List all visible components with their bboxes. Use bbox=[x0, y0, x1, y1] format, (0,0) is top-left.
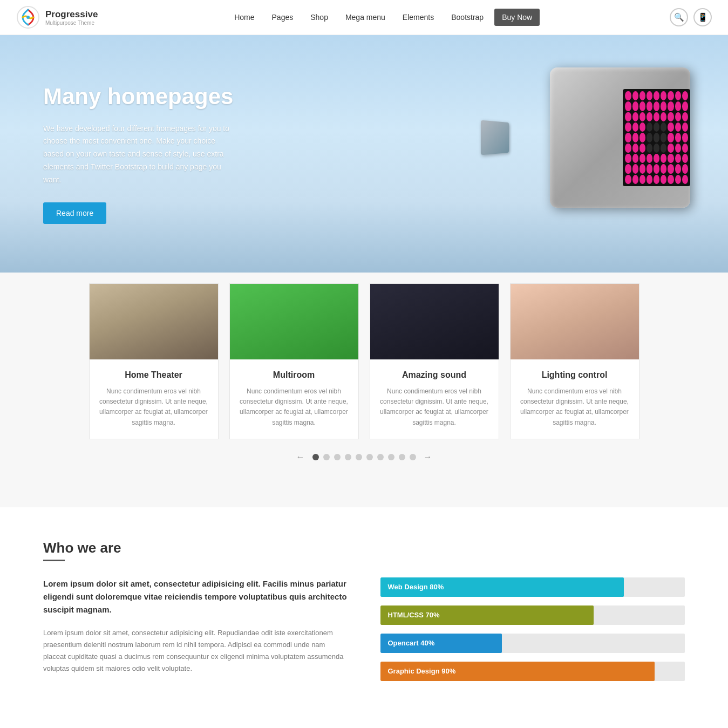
skill-bar-track: Opencart 40% bbox=[380, 634, 685, 653]
nav-bootstrap[interactable]: Bootstrap bbox=[445, 9, 490, 26]
cube-dot bbox=[625, 101, 631, 111]
card-body: Home TheaterNunc condimentum eros vel ni… bbox=[90, 359, 218, 439]
cube-dot bbox=[682, 175, 688, 184]
hero-text: We have developed four different homepag… bbox=[43, 123, 237, 187]
page-dot-1[interactable] bbox=[312, 454, 319, 460]
cube-dot bbox=[632, 123, 638, 132]
who-intro: Lorem ipsum dolor sit amet, consectetur … bbox=[43, 577, 348, 616]
card-text: Nunc condimentum eros vel nibh consectet… bbox=[519, 386, 630, 428]
cube-dot bbox=[647, 144, 652, 153]
who-right: Web Design 80%HTML/CSS 70%Opencart 40%Gr… bbox=[380, 577, 685, 690]
cube-dot bbox=[647, 164, 652, 173]
cube-dot bbox=[647, 101, 652, 111]
card-image bbox=[90, 284, 218, 359]
cube-dot bbox=[654, 164, 659, 173]
page-dot-6[interactable] bbox=[366, 454, 373, 460]
page-dot-3[interactable] bbox=[334, 454, 341, 460]
card-title: Home Theater bbox=[98, 370, 209, 380]
logo-area: Progressive Multipurpose Theme bbox=[16, 5, 98, 29]
nav-home[interactable]: Home bbox=[228, 9, 261, 26]
who-body: Lorem ipsum dolor sit amet, consectetur … bbox=[43, 627, 348, 675]
cube-dot bbox=[661, 133, 666, 142]
page-dot-2[interactable] bbox=[323, 454, 330, 460]
card-image bbox=[370, 284, 499, 359]
skill-bar: Opencart 40% bbox=[380, 634, 685, 653]
next-arrow[interactable]: → bbox=[420, 452, 436, 462]
search-icon: 🔍 bbox=[674, 12, 684, 22]
cube-dot bbox=[682, 164, 688, 173]
cube-dot bbox=[661, 154, 666, 163]
cube-dot bbox=[682, 91, 688, 100]
skill-bar-track: Graphic Design 90% bbox=[380, 662, 685, 681]
cube-inner bbox=[623, 89, 690, 186]
section-divider bbox=[43, 560, 65, 561]
nav-pages[interactable]: Pages bbox=[266, 9, 300, 26]
skill-bar: Web Design 80% bbox=[380, 577, 685, 597]
card-item: Home TheaterNunc condimentum eros vel ni… bbox=[89, 283, 219, 439]
nav-elements[interactable]: Elements bbox=[396, 9, 440, 26]
cube-dot bbox=[654, 112, 659, 121]
cube-dot bbox=[647, 123, 652, 132]
cube-dot bbox=[675, 91, 681, 100]
cube-dot bbox=[639, 101, 645, 111]
cube-dot bbox=[654, 154, 659, 163]
mobile-icon: 📱 bbox=[698, 12, 708, 22]
page-dot-7[interactable] bbox=[377, 454, 384, 460]
card-body: Lighting controlNunc condimentum eros ve… bbox=[511, 359, 639, 439]
logo-text: Progressive Multipurpose Theme bbox=[45, 9, 98, 26]
page-dot-5[interactable] bbox=[356, 454, 362, 460]
cube-dot bbox=[632, 112, 638, 121]
hero-image-area bbox=[512, 67, 728, 240]
cube-dot bbox=[639, 133, 645, 142]
cube-dot bbox=[654, 175, 659, 184]
cube-dot bbox=[661, 144, 666, 153]
card-image bbox=[511, 284, 639, 359]
card-item: Amazing soundNunc condimentum eros vel n… bbox=[370, 283, 499, 439]
mobile-button[interactable]: 📱 bbox=[693, 8, 712, 26]
cube-dot bbox=[661, 91, 666, 100]
card-text: Nunc condimentum eros vel nibh consectet… bbox=[379, 386, 490, 428]
card-text: Nunc condimentum eros vel nibh consectet… bbox=[239, 386, 350, 428]
page-dot-10[interactable] bbox=[410, 454, 416, 460]
cube-dot bbox=[639, 175, 645, 184]
skill-bar-fill: Opencart 40% bbox=[380, 634, 502, 653]
cube-dot bbox=[625, 164, 631, 173]
hero-title: Many homepages bbox=[43, 84, 237, 110]
hero-section: Many homepages We have developed four di… bbox=[0, 35, 728, 273]
nav-shop[interactable]: Shop bbox=[304, 9, 335, 26]
cube-dot bbox=[668, 91, 673, 100]
cube-dot bbox=[675, 144, 681, 153]
skill-bar: HTML/CSS 70% bbox=[380, 605, 685, 625]
cube-dot bbox=[647, 133, 652, 142]
header: Progressive Multipurpose Theme Home Page… bbox=[0, 0, 728, 35]
cube-outer bbox=[550, 67, 690, 208]
card-image bbox=[230, 284, 358, 359]
skill-bar: Graphic Design 90% bbox=[380, 662, 685, 681]
cube-dot bbox=[661, 101, 666, 111]
page-dot-9[interactable] bbox=[399, 454, 405, 460]
logo-subtitle: Multipurpose Theme bbox=[45, 20, 98, 26]
cube-dot bbox=[632, 133, 638, 142]
cube-dot bbox=[647, 175, 652, 184]
cube-dot bbox=[639, 91, 645, 100]
logo-icon bbox=[16, 5, 40, 29]
cube-dot bbox=[647, 112, 652, 121]
page-dot-4[interactable] bbox=[345, 454, 351, 460]
nav-buynow[interactable]: Buy Now bbox=[494, 9, 540, 26]
read-more-button[interactable]: Read more bbox=[43, 202, 106, 224]
cube-dot bbox=[639, 164, 645, 173]
cube-dot bbox=[625, 144, 631, 153]
nav-megamenu[interactable]: Mega menu bbox=[339, 9, 392, 26]
cube-dot bbox=[675, 175, 681, 184]
page-dot-8[interactable] bbox=[388, 454, 394, 460]
cube-dot bbox=[668, 154, 673, 163]
header-icons: 🔍 📱 bbox=[670, 8, 712, 26]
cube-dot bbox=[661, 123, 666, 132]
prev-arrow[interactable]: ← bbox=[293, 452, 308, 462]
cube-dot bbox=[625, 112, 631, 121]
cube-dot bbox=[661, 175, 666, 184]
cube-dot bbox=[654, 144, 659, 153]
cube-dot bbox=[625, 133, 631, 142]
pagination: ← → bbox=[16, 439, 712, 475]
search-button[interactable]: 🔍 bbox=[670, 8, 688, 26]
